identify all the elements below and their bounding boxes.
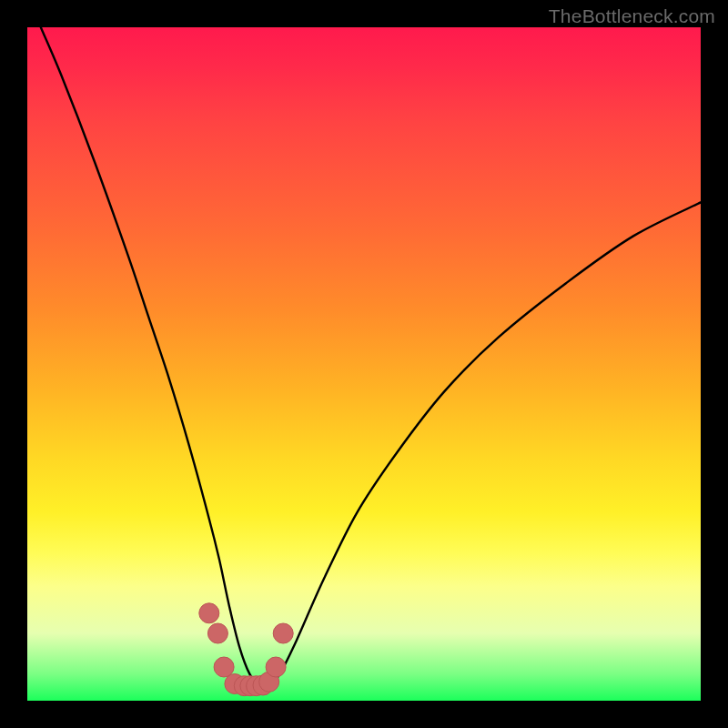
- plot-area: [27, 27, 701, 701]
- watermark-text: TheBottleneck.com: [549, 5, 715, 27]
- highlight-markers: [199, 603, 293, 696]
- highlight-marker: [199, 603, 219, 623]
- highlight-marker: [214, 657, 234, 677]
- curve-svg: [27, 27, 701, 701]
- highlight-marker: [207, 623, 228, 643]
- chart-frame: TheBottleneck.com: [0, 0, 728, 728]
- bottleneck-curve: [41, 27, 701, 687]
- highlight-marker: [273, 623, 293, 643]
- highlight-marker: [266, 657, 286, 677]
